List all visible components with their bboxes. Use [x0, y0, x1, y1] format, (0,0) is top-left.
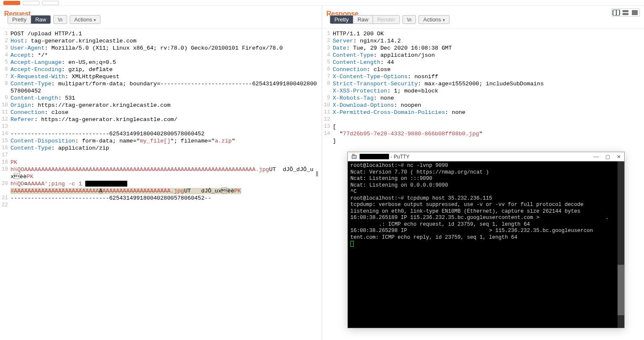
gray-button-1[interactable] — [23, 1, 39, 5]
layout-columns-icon[interactable] — [612, 10, 620, 16]
request-tab-pretty[interactable]: Pretty — [8, 16, 31, 24]
close-icon[interactable]: ✕ — [617, 154, 621, 160]
putty-titlebar[interactable]: - PuTTY — ▢ ✕ — [348, 152, 624, 161]
response-pane: Response Pretty Raw Render \n — [322, 6, 644, 340]
svg-rect-6 — [352, 156, 356, 158]
putty-scrollbar-thumb[interactable] — [618, 265, 624, 315]
orange-button[interactable] — [3, 1, 20, 5]
svg-rect-3 — [623, 13, 628, 15]
response-tab-raw[interactable]: Raw — [353, 16, 373, 24]
response-actions-button[interactable]: Actions — [418, 15, 449, 24]
putty-title-suffix: - PuTTY — [391, 154, 410, 160]
svg-rect-2 — [623, 10, 628, 12]
layout-rows-icon[interactable] — [622, 10, 629, 16]
top-toolbar — [0, 0, 644, 6]
request-editor[interactable]: 12345678 910111213141516171819 20 2122 P… — [0, 29, 322, 340]
putty-window[interactable]: - PuTTY — ▢ ✕ root@localhost:~# nc -lvnp… — [347, 152, 625, 328]
response-newline-button[interactable]: \n — [402, 15, 416, 24]
maximize-icon[interactable]: ▢ — [605, 154, 610, 160]
request-tab-raw[interactable]: Raw — [31, 16, 50, 24]
kebab-icon[interactable]: ••• — [315, 171, 319, 177]
layout-single-icon[interactable] — [631, 10, 639, 16]
putty-terminal[interactable]: root@localhost:~# nc -lvnp 9090Ncat: Ver… — [348, 161, 624, 328]
svg-rect-4 — [632, 10, 638, 15]
request-newline-button[interactable]: \n — [53, 15, 67, 24]
request-actions-button[interactable]: Actions — [70, 15, 101, 24]
request-pane: Request Pretty Raw \n Actions 12345678 9… — [0, 6, 322, 340]
gray-button-2[interactable] — [42, 1, 59, 5]
response-tab-render[interactable]: Render — [373, 16, 400, 24]
svg-rect-8 — [354, 154, 355, 155]
layout-switcher[interactable] — [611, 8, 640, 17]
minimize-icon[interactable]: — — [594, 154, 599, 160]
redacted-host — [360, 154, 389, 159]
response-tab-pretty[interactable]: Pretty — [330, 16, 353, 24]
putty-icon — [351, 154, 357, 160]
svg-rect-7 — [352, 154, 353, 155]
svg-rect-1 — [617, 10, 619, 15]
putty-scrollbar[interactable] — [618, 161, 624, 328]
svg-rect-0 — [613, 10, 616, 15]
terminal-cursor — [350, 241, 354, 247]
